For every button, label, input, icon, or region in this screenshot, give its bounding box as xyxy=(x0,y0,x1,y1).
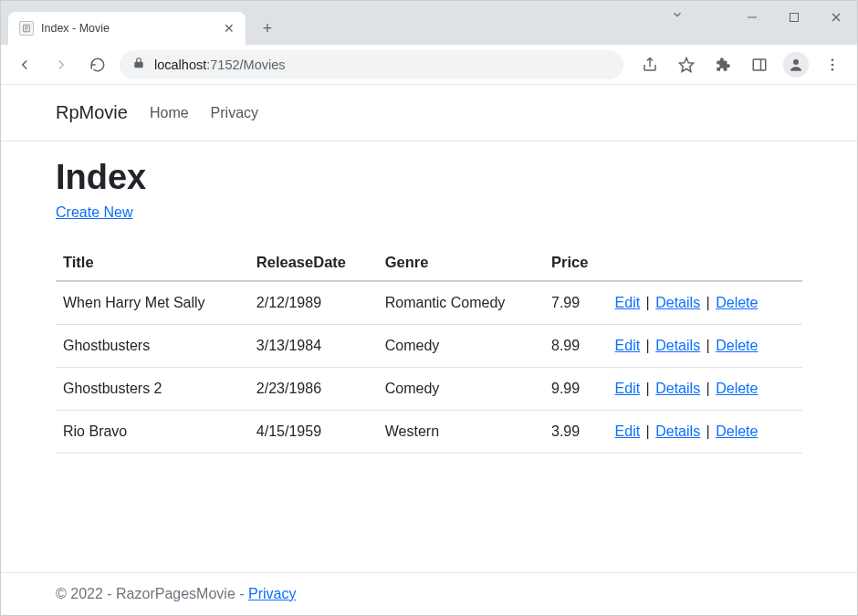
nav-home[interactable]: Home xyxy=(150,105,189,121)
table-row: Ghostbusters 22/23/1986Comedy9.99Edit | … xyxy=(56,368,802,411)
window-close-button[interactable] xyxy=(815,1,857,34)
cell-release-date: 4/15/1959 xyxy=(249,411,378,454)
cell-genre: Comedy xyxy=(378,368,544,411)
table-row: Ghostbusters3/13/1984Comedy8.99Edit | De… xyxy=(56,325,802,368)
page-content: Index Create New Title ReleaseDate Genre… xyxy=(1,141,857,572)
col-genre: Genre xyxy=(378,245,544,281)
app-navbar: RpMovie Home Privacy xyxy=(1,85,857,141)
edit-link[interactable]: Edit xyxy=(615,338,641,353)
cell-price: 9.99 xyxy=(544,368,608,411)
bookmark-star-icon[interactable] xyxy=(671,49,702,80)
footer-text: © 2022 - RazorPagesMovie - xyxy=(56,586,248,601)
address-host: localhost:7152/Movies xyxy=(154,57,285,72)
page-footer: © 2022 - RazorPagesMovie - Privacy xyxy=(1,572,857,615)
cell-actions: Edit | Details | Delete xyxy=(608,411,802,454)
table-row: Rio Bravo4/15/1959Western3.99Edit | Deta… xyxy=(56,411,802,454)
extensions-icon[interactable] xyxy=(707,49,738,80)
browser-tab[interactable]: Index - Movie ✕ xyxy=(8,12,246,45)
page-heading: Index xyxy=(56,158,802,197)
cell-actions: Edit | Details | Delete xyxy=(608,368,802,411)
cell-title: Rio Bravo xyxy=(56,411,249,454)
reload-button[interactable] xyxy=(83,50,112,79)
window-titlebar: Index - Movie ✕ + xyxy=(1,1,857,45)
tab-title: Index - Movie xyxy=(41,22,216,35)
profile-avatar[interactable] xyxy=(780,49,811,80)
share-icon[interactable] xyxy=(634,49,665,80)
nav-privacy[interactable]: Privacy xyxy=(211,105,258,121)
window-minimize-button[interactable] xyxy=(731,1,773,34)
cell-title: When Harry Met Sally xyxy=(56,281,249,325)
delete-link[interactable]: Delete xyxy=(716,381,758,396)
cell-price: 8.99 xyxy=(544,325,608,368)
table-row: When Harry Met Sally2/12/1989Romantic Co… xyxy=(56,281,802,325)
col-price: Price xyxy=(544,245,608,281)
delete-link[interactable]: Delete xyxy=(716,338,758,353)
cell-actions: Edit | Details | Delete xyxy=(608,281,802,325)
cell-release-date: 2/23/1986 xyxy=(249,368,378,411)
svg-point-15 xyxy=(832,68,834,70)
details-link[interactable]: Details xyxy=(655,381,700,396)
svg-rect-10 xyxy=(753,59,766,70)
forward-button[interactable] xyxy=(47,50,76,79)
col-actions xyxy=(608,245,802,281)
brand-link[interactable]: RpMovie xyxy=(56,102,128,123)
tabs-dropdown-icon[interactable] xyxy=(671,8,684,25)
cell-title: Ghostbusters xyxy=(56,325,249,368)
cell-release-date: 2/12/1989 xyxy=(249,281,378,325)
edit-link[interactable]: Edit xyxy=(615,423,641,439)
cell-price: 3.99 xyxy=(544,411,608,454)
details-link[interactable]: Details xyxy=(655,338,700,353)
svg-marker-9 xyxy=(680,57,694,71)
side-panel-icon[interactable] xyxy=(744,49,775,80)
svg-point-12 xyxy=(793,59,799,65)
edit-link[interactable]: Edit xyxy=(615,295,641,310)
cell-price: 7.99 xyxy=(544,281,608,325)
col-title: Title xyxy=(56,245,249,281)
create-new-link[interactable]: Create New xyxy=(56,204,132,221)
cell-genre: Comedy xyxy=(378,325,544,368)
back-button[interactable] xyxy=(10,50,39,79)
footer-privacy-link[interactable]: Privacy xyxy=(248,586,296,601)
col-release-date: ReleaseDate xyxy=(249,245,378,281)
tab-favicon-icon xyxy=(19,21,34,36)
delete-link[interactable]: Delete xyxy=(716,295,758,310)
svg-rect-5 xyxy=(790,14,799,22)
window-maximize-button[interactable] xyxy=(773,1,815,34)
address-bar[interactable]: localhost:7152/Movies xyxy=(120,50,623,79)
svg-point-14 xyxy=(832,63,834,66)
delete-link[interactable]: Delete xyxy=(716,423,758,439)
tab-close-icon[interactable]: ✕ xyxy=(224,21,235,36)
cell-title: Ghostbusters 2 xyxy=(56,368,249,411)
menu-kebab-icon[interactable] xyxy=(817,49,848,80)
cell-actions: Edit | Details | Delete xyxy=(608,325,802,368)
details-link[interactable]: Details xyxy=(655,423,700,439)
cell-genre: Romantic Comedy xyxy=(378,281,544,325)
movies-table: Title ReleaseDate Genre Price When Harry… xyxy=(56,245,802,454)
new-tab-button[interactable]: + xyxy=(255,16,280,41)
svg-point-13 xyxy=(832,58,834,61)
cell-genre: Western xyxy=(378,411,544,454)
browser-toolbar: localhost:7152/Movies xyxy=(1,45,857,85)
cell-release-date: 3/13/1984 xyxy=(249,325,378,368)
details-link[interactable]: Details xyxy=(655,295,700,310)
edit-link[interactable]: Edit xyxy=(615,381,641,396)
lock-icon xyxy=(132,57,145,72)
